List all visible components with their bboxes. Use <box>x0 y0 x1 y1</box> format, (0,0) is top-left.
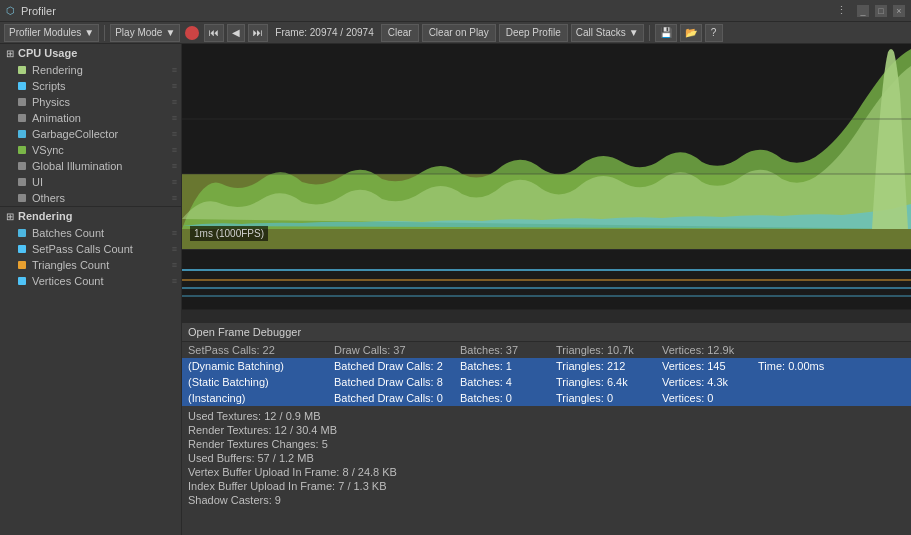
instancing-triangles: Triangles: 0 <box>556 392 646 404</box>
maximize-button[interactable]: □ <box>875 5 887 17</box>
stats-header-row: SetPass Calls: 22 Draw Calls: 37 Batches… <box>182 342 911 358</box>
clear-on-play-button[interactable]: Clear on Play <box>422 24 496 42</box>
others-label: Others <box>32 192 65 204</box>
prev-frame-button[interactable]: ◀ <box>227 24 245 42</box>
vertex-buffer-upload-info: Vertex Buffer Upload In Frame: 8 / 24.8 … <box>188 465 905 479</box>
vertices-header: Vertices: 12.9k <box>662 344 742 356</box>
profiler-modules-dropdown[interactable]: Profiler Modules ▼ <box>4 24 99 42</box>
drag-handle-13: ≡ <box>172 276 177 286</box>
sidebar-item-batches-count[interactable]: Batches Count ≡ <box>0 225 181 241</box>
static-batching-row[interactable]: (Static Batching) Batched Draw Calls: 8 … <box>182 374 911 390</box>
gc-color-dot <box>18 130 26 138</box>
gi-color-dot <box>18 162 26 170</box>
minimize-button[interactable]: _ <box>857 5 869 17</box>
setpass-count-color-dot <box>18 245 26 253</box>
scripts-label: Scripts <box>32 80 66 92</box>
static-batching-label: (Static Batching) <box>188 376 318 388</box>
profiler-modules-label: Profiler Modules <box>9 27 81 38</box>
cpu-usage-section-header[interactable]: ⊞ CPU Usage <box>0 44 181 62</box>
cpu-graph[interactable]: 1ms (1000FPS) <box>182 44 911 249</box>
dynamic-batching-row[interactable]: (Dynamic Batching) Batched Draw Calls: 2… <box>182 358 911 374</box>
drag-handle-12: ≡ <box>172 260 177 270</box>
drag-handle: ≡ <box>172 65 177 75</box>
batches-header: Batches: 37 <box>460 344 540 356</box>
static-batching-draw-calls: Batched Draw Calls: 8 <box>334 376 444 388</box>
profiler-tab-icon: ⬡ <box>6 5 15 16</box>
help-button[interactable]: ? <box>705 24 723 42</box>
deep-profile-button[interactable]: Deep Profile <box>499 24 568 42</box>
bottom-panel: Open Frame Debugger SetPass Calls: 22 Dr… <box>182 321 911 535</box>
frame-info: Frame: 20974 / 20974 <box>271 27 377 38</box>
instancing-label: (Instancing) <box>188 392 318 404</box>
title-bar: ⬡ Profiler ⋮ _ □ × <box>0 0 911 22</box>
instancing-draw-calls: Batched Draw Calls: 0 <box>334 392 444 404</box>
rendering-graph-strip[interactable] <box>182 249 911 309</box>
triangles-count-label: Triangles Count <box>32 259 109 271</box>
title-text: Profiler <box>21 5 56 17</box>
clear-button[interactable]: Clear <box>381 24 419 42</box>
sidebar-item-triangles-count[interactable]: Triangles Count ≡ <box>0 257 181 273</box>
sidebar-item-others[interactable]: Others ≡ <box>0 190 181 206</box>
sidebar-item-scripts[interactable]: Scripts ≡ <box>0 78 181 94</box>
vsync-label: VSync <box>32 144 64 156</box>
play-mode-dropdown[interactable]: Play Mode ▼ <box>110 24 180 42</box>
timeline-scrollbar[interactable] <box>182 309 911 321</box>
rendering-section-header[interactable]: ⊞ Rendering <box>0 206 181 225</box>
index-buffer-upload-info: Index Buffer Upload In Frame: 7 / 1.3 KB <box>188 479 905 493</box>
close-button[interactable]: × <box>893 5 905 17</box>
instancing-vertices: Vertices: 0 <box>662 392 742 404</box>
record-button[interactable] <box>185 26 199 40</box>
modules-chevron-icon: ▼ <box>84 27 94 38</box>
dynamic-batching-triangles: Triangles: 212 <box>556 360 646 372</box>
sidebar-item-physics[interactable]: Physics ≡ <box>0 94 181 110</box>
instancing-row[interactable]: (Instancing) Batched Draw Calls: 0 Batch… <box>182 390 911 406</box>
others-color-dot <box>18 194 26 202</box>
ui-label: UI <box>32 176 43 188</box>
save-button[interactable]: 💾 <box>655 24 677 42</box>
sidebar-item-animation[interactable]: Animation ≡ <box>0 110 181 126</box>
call-stacks-chevron-icon: ▼ <box>629 27 639 38</box>
drag-handle-11: ≡ <box>172 244 177 254</box>
sidebar-item-vertices-count[interactable]: Vertices Count ≡ <box>0 273 181 289</box>
rendering-section-label: Rendering <box>18 210 72 222</box>
animation-color-dot <box>18 114 26 122</box>
batches-count-color-dot <box>18 229 26 237</box>
drag-handle-4: ≡ <box>172 113 177 123</box>
vsync-color-dot <box>18 146 26 154</box>
go-to-first-frame-button[interactable]: ⏮ <box>204 24 224 42</box>
physics-label: Physics <box>32 96 70 108</box>
sidebar-item-setpass-calls-count[interactable]: SetPass Calls Count ≡ <box>0 241 181 257</box>
dynamic-batching-label: (Dynamic Batching) <box>188 360 318 372</box>
drag-handle-3: ≡ <box>172 97 177 107</box>
sidebar-item-gi[interactable]: Global Illumination ≡ <box>0 158 181 174</box>
cpu-section-icon: ⊞ <box>6 48 14 59</box>
sidebar-item-vsync[interactable]: VSync ≡ <box>0 142 181 158</box>
sidebar-item-ui[interactable]: UI ≡ <box>0 174 181 190</box>
rendering-strip-svg <box>182 250 911 309</box>
kebab-menu-icon[interactable]: ⋮ <box>832 4 851 17</box>
render-textures-changes-info: Render Textures Changes: 5 <box>188 437 905 451</box>
graph-fps-label: 1ms (1000FPS) <box>190 226 268 241</box>
toolbar-separator-2 <box>649 25 650 41</box>
dynamic-batching-vertices: Vertices: 145 <box>662 360 742 372</box>
drag-handle-6: ≡ <box>172 145 177 155</box>
drag-handle-10: ≡ <box>172 228 177 238</box>
rendering-section-icon: ⊞ <box>6 211 14 222</box>
triangles-header: Triangles: 10.7k <box>556 344 646 356</box>
next-frame-button[interactable]: ⏭ <box>248 24 268 42</box>
sidebar-item-rendering[interactable]: Rendering ≡ <box>0 62 181 78</box>
dynamic-batching-draw-calls: Batched Draw Calls: 2 <box>334 360 444 372</box>
gi-label: Global Illumination <box>32 160 123 172</box>
scripts-color-dot <box>18 82 26 90</box>
load-button[interactable]: 📂 <box>680 24 702 42</box>
sidebar-item-gc[interactable]: GarbageCollector ≡ <box>0 126 181 142</box>
gc-label: GarbageCollector <box>32 128 118 140</box>
render-textures-info: Render Textures: 12 / 30.4 MB <box>188 423 905 437</box>
used-textures-info: Used Textures: 12 / 0.9 MB <box>188 409 905 423</box>
open-frame-debugger-label: Open Frame Debugger <box>188 326 301 338</box>
open-frame-debugger-header[interactable]: Open Frame Debugger <box>182 323 911 342</box>
drag-handle-5: ≡ <box>172 129 177 139</box>
cpu-section-label: CPU Usage <box>18 47 77 59</box>
call-stacks-dropdown[interactable]: Call Stacks ▼ <box>571 24 644 42</box>
content-area: 1ms (1000FPS) Open Frame Debugger <box>182 44 911 535</box>
